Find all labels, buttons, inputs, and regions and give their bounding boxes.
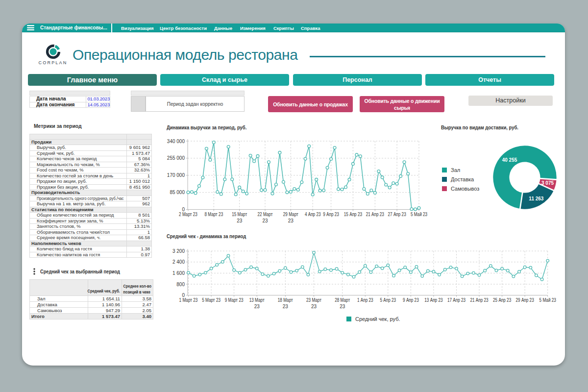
svg-text:13 Апр 23: 13 Апр 23 [424, 297, 442, 303]
svg-text:23: 23 [311, 304, 317, 309]
svg-text:255 000: 255 000 [167, 155, 185, 161]
svg-text:1 Апр 23: 1 Апр 23 [357, 297, 373, 303]
svg-text:15 Апр 23: 15 Апр 23 [344, 212, 362, 217]
svg-text:23 Март: 23 Март [306, 297, 322, 303]
svg-text:23: 23 [254, 304, 260, 309]
svg-text:4 Апр 23: 4 Апр 23 [305, 212, 321, 217]
svg-text:8 Март 23: 8 Март 23 [204, 212, 223, 217]
svg-text:1 Март 23: 1 Март 23 [179, 297, 198, 303]
svg-text:23: 23 [237, 218, 243, 223]
svg-text:1 600: 1 600 [172, 270, 185, 276]
svg-text:170 000: 170 000 [167, 172, 185, 178]
svg-text:22 Март: 22 Март [258, 212, 273, 217]
svg-text:29 Март: 29 Март [283, 212, 299, 217]
svg-text:23: 23 [262, 218, 268, 223]
svg-text:18 Март: 18 Март [278, 297, 294, 303]
svg-text:5 Май 23: 5 Май 23 [411, 212, 427, 217]
svg-text:9 Апр 23: 9 Апр 23 [323, 212, 339, 217]
svg-text:2 Март 23: 2 Март 23 [179, 212, 197, 217]
svg-text:9 Март 23: 9 Март 23 [225, 297, 244, 303]
svg-text:3 200: 3 200 [172, 248, 185, 254]
svg-text:21 Апр 23: 21 Апр 23 [470, 297, 488, 303]
svg-text:25 Апр 23: 25 Апр 23 [493, 297, 511, 303]
svg-text:28 Март: 28 Март [335, 297, 350, 303]
svg-text:21 Апр 23: 21 Апр 23 [366, 212, 384, 217]
svg-text:11 263: 11 263 [529, 195, 543, 201]
svg-text:340 000: 340 000 [167, 139, 185, 144]
svg-text:9 Апр 23: 9 Апр 23 [403, 297, 419, 303]
svg-text:17 Апр 23: 17 Апр 23 [447, 297, 466, 303]
svg-text:15 Март: 15 Март [232, 212, 247, 217]
svg-text:13 Март: 13 Март [249, 297, 265, 303]
svg-text:800: 800 [176, 282, 185, 287]
svg-text:40 255: 40 255 [502, 156, 517, 163]
svg-text:5 Май 23: 5 Май 23 [539, 297, 556, 303]
svg-text:85 000: 85 000 [170, 190, 185, 195]
svg-text:5 Март 23: 5 Март 23 [202, 297, 220, 303]
svg-text:27 Апр 23: 27 Апр 23 [388, 212, 406, 217]
svg-text:3 075: 3 075 [541, 179, 554, 186]
svg-text:29 Апр 23: 29 Апр 23 [516, 297, 534, 303]
svg-text:23: 23 [288, 218, 294, 223]
svg-text:23: 23 [283, 304, 289, 309]
svg-text:5 Апр 23: 5 Апр 23 [380, 297, 396, 303]
svg-text:23: 23 [340, 304, 345, 309]
svg-text:2 400: 2 400 [172, 259, 185, 265]
